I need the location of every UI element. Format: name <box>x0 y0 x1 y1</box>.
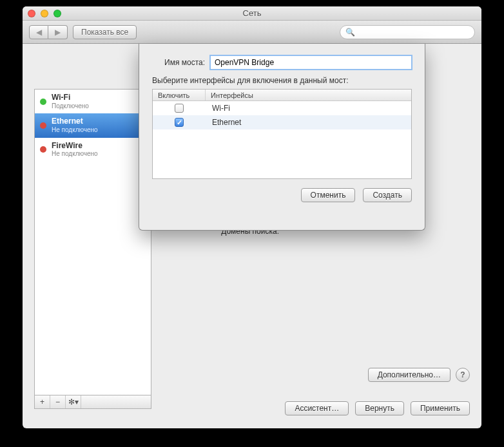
sidebar-item-label: Wi-Fi <box>52 93 89 102</box>
forward-button[interactable]: ▶ <box>48 25 68 39</box>
table-row[interactable]: Ethernet <box>153 115 411 129</box>
bottom-button-row: Ассистент… Вернуть Применить <box>285 401 470 415</box>
assistant-label: Ассистент… <box>295 404 339 413</box>
action-menu-button[interactable]: ✻▾ <box>66 395 81 408</box>
sidebar-footer: + − ✻▾ <box>34 395 151 409</box>
window-title: Сеть <box>23 8 481 18</box>
assistant-button[interactable]: Ассистент… <box>285 401 349 415</box>
interfaces-table: Включить Интерфейсы Wi-Fi Ethernet <box>152 89 412 179</box>
status-dot-icon <box>40 146 46 153</box>
back-button[interactable]: ◀ <box>29 25 48 39</box>
interfaces-sidebar: Wi-Fi Подключено Ethernet Не подключено … <box>34 89 151 395</box>
help-button[interactable]: ? <box>456 368 470 382</box>
bridge-name-label: Имя моста: <box>152 58 210 67</box>
add-interface-button[interactable]: + <box>35 395 50 408</box>
apply-label: Применить <box>420 404 460 413</box>
nav-segment: ◀ ▶ <box>29 25 68 39</box>
table-row[interactable]: Wi-Fi <box>153 101 411 115</box>
include-checkbox[interactable] <box>175 118 184 127</box>
sidebar-item-label: FireWire <box>52 142 98 151</box>
bridge-name-input[interactable] <box>210 55 412 70</box>
sidebar-item-ethernet[interactable]: Ethernet Не подключено <box>35 113 151 137</box>
sidebar-item-wifi[interactable]: Wi-Fi Подключено <box>35 90 151 113</box>
interface-name: Wi-Fi <box>206 104 411 113</box>
sidebar-item-status: Не подключено <box>52 126 98 134</box>
col-interfaces[interactable]: Интерфейсы <box>206 90 411 100</box>
chevron-right-icon: ▶ <box>55 28 61 37</box>
advanced-button[interactable]: Дополнительно… <box>368 368 451 382</box>
revert-button[interactable]: Вернуть <box>355 401 404 415</box>
status-dot-icon <box>40 122 46 129</box>
show-all-label: Показать все <box>81 28 128 37</box>
table-header: Включить Интерфейсы <box>153 90 411 101</box>
sheet-button-row: Отменить Создать <box>152 188 412 202</box>
sidebar-item-status: Не подключено <box>52 150 98 158</box>
advanced-label: Дополнительно… <box>378 370 441 379</box>
sidebar-item-label: Ethernet <box>52 117 98 126</box>
search-input[interactable] <box>358 28 469 37</box>
chevron-left-icon: ◀ <box>36 28 42 37</box>
status-dot-icon <box>40 99 46 105</box>
remove-interface-button[interactable]: − <box>50 395 66 408</box>
help-icon: ? <box>460 370 465 379</box>
create-label: Создать <box>373 191 402 200</box>
bridge-instruction: Выберите интерфейсы для включения в данн… <box>152 76 412 85</box>
toolbar: ◀ ▶ Показать все 🔍 <box>23 21 481 44</box>
cancel-button[interactable]: Отменить <box>301 188 356 202</box>
bridge-sheet: Имя моста: Выберите интерфейсы для включ… <box>139 44 425 231</box>
apply-button[interactable]: Применить <box>411 401 470 415</box>
col-include[interactable]: Включить <box>153 90 206 100</box>
sidebar-item-firewire[interactable]: FireWire Не подключено <box>35 138 151 162</box>
gear-icon: ✻▾ <box>68 397 79 406</box>
revert-label: Вернуть <box>365 404 394 413</box>
interface-name: Ethernet <box>206 118 411 127</box>
create-button[interactable]: Создать <box>363 188 412 202</box>
advanced-row: Дополнительно… ? <box>368 368 470 382</box>
search-icon: 🔍 <box>345 28 355 37</box>
sidebar-item-status: Подключено <box>52 102 89 110</box>
search-field[interactable]: 🔍 <box>340 25 475 39</box>
show-all-button[interactable]: Показать все <box>73 25 137 39</box>
titlebar: Сеть <box>23 6 481 21</box>
network-prefs-window: Сеть ◀ ▶ Показать все 🔍 Wi-Fi Подключено <box>23 6 481 428</box>
cancel-label: Отменить <box>311 191 346 200</box>
include-checkbox[interactable] <box>175 104 184 113</box>
